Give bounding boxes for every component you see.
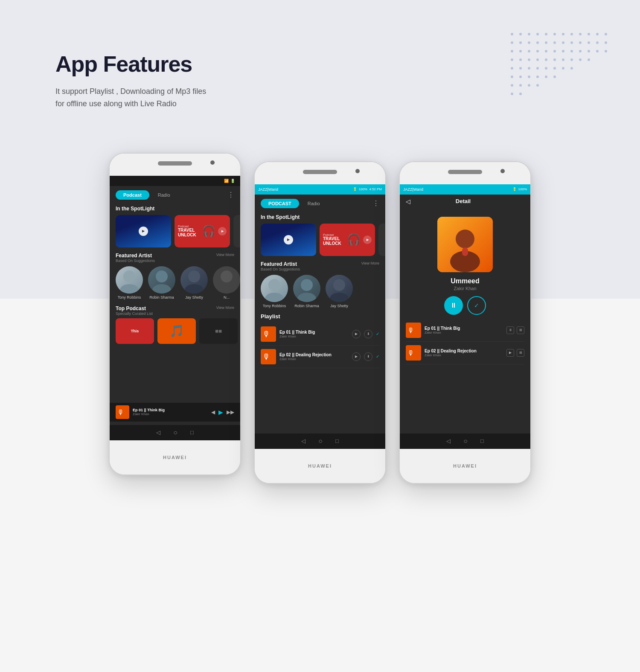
podcast-card-1[interactable]: This bbox=[116, 318, 154, 344]
tab-podcast-2[interactable]: PODCAST bbox=[261, 199, 299, 208]
svg-point-70 bbox=[188, 271, 200, 282]
svg-point-16 bbox=[545, 41, 547, 44]
phone-1-top bbox=[110, 154, 240, 176]
svg-point-19 bbox=[570, 41, 573, 44]
back-nav-3[interactable]: ◁ bbox=[446, 438, 451, 444]
camera-2 bbox=[355, 169, 360, 173]
svg-point-64 bbox=[511, 93, 513, 95]
status-bar-1: 📶 🔋 bbox=[110, 176, 240, 186]
back-arrow-3[interactable]: ◁ bbox=[406, 198, 410, 205]
play-button-concert[interactable]: ▶ bbox=[139, 227, 148, 236]
phone-3-bottom: HUAWEI bbox=[400, 449, 530, 483]
back-nav-1[interactable]: ◁ bbox=[156, 429, 160, 436]
pl-play-2[interactable]: ▶ bbox=[352, 352, 361, 361]
ep-add-1[interactable]: ⊞ bbox=[517, 326, 524, 334]
phone-3-screen: JAZZ|Warid 🔋 100% ◁ Detail UMEED bbox=[400, 184, 530, 449]
pause-button-3[interactable]: ⏸ bbox=[444, 296, 463, 315]
ep-item-2: 🎙 Ep 02 || Dealing Rejection Zakir Khan … bbox=[406, 342, 524, 364]
podcast-card-3[interactable]: ◼◼ bbox=[199, 318, 238, 344]
status-bar-3: JAZZ|Warid 🔋 100% bbox=[400, 184, 530, 195]
svg-text:🎙: 🎙 bbox=[262, 330, 270, 338]
spotlight-card-concert[interactable]: ▶ bbox=[116, 215, 171, 247]
home-nav-1[interactable]: ○ bbox=[173, 429, 177, 436]
play-button-travel-2[interactable]: ▶ bbox=[363, 236, 372, 244]
pl-play-1[interactable]: ▶ bbox=[352, 330, 361, 338]
play-button-travel[interactable]: ▶ bbox=[218, 227, 227, 236]
svg-point-32 bbox=[579, 50, 582, 52]
artist-jay: Jay Shetty bbox=[180, 266, 208, 300]
view-more-podcast-1[interactable]: View More bbox=[216, 305, 234, 310]
pl-check-1[interactable]: ✓ bbox=[376, 332, 379, 336]
recent-nav-1[interactable]: □ bbox=[190, 429, 194, 436]
svg-point-69 bbox=[152, 284, 171, 294]
ep-pause-1[interactable]: ⏸ bbox=[506, 326, 514, 334]
svg-point-30 bbox=[562, 50, 564, 52]
svg-point-42 bbox=[562, 58, 564, 61]
svg-point-8 bbox=[579, 33, 582, 35]
svg-text:🎙: 🎙 bbox=[407, 327, 414, 334]
svg-point-4 bbox=[545, 33, 547, 35]
home-nav-3[interactable]: ○ bbox=[463, 437, 468, 445]
spotlight-card-extra bbox=[233, 215, 240, 247]
pl-download-2[interactable]: ⬇ bbox=[364, 352, 372, 361]
phone-3: JAZZ|Warid 🔋 100% ◁ Detail UMEED bbox=[399, 161, 531, 484]
check-button-3[interactable]: ✓ bbox=[467, 296, 486, 315]
menu-dots-1[interactable]: ⋮ bbox=[227, 191, 234, 199]
album-art-container: UMEED bbox=[400, 208, 530, 319]
svg-point-79 bbox=[297, 293, 316, 302]
play-button-np-1[interactable]: ▶ bbox=[218, 409, 223, 416]
spotlight-card-travel[interactable]: Podcast TRAVEL UNLOCK 🎧 ▶ bbox=[175, 215, 230, 247]
recent-nav-3[interactable]: □ bbox=[480, 438, 484, 444]
ep-add-2[interactable]: ⊞ bbox=[517, 349, 524, 357]
svg-point-78 bbox=[301, 279, 313, 291]
pl-download-1[interactable]: ⬇ bbox=[364, 330, 372, 338]
phone-1-bottom: HUAWEI bbox=[110, 440, 240, 474]
svg-point-51 bbox=[553, 67, 556, 70]
prev-button-1[interactable]: ◀ bbox=[211, 409, 215, 415]
menu-dots-2[interactable]: ⋮ bbox=[372, 199, 379, 207]
camera-1 bbox=[210, 160, 215, 165]
travel-title-1: TRAVEL UNLOCK bbox=[178, 228, 199, 237]
playlist-section: Playlist 🎙 Ep 01 || Think Big Zakir Khan… bbox=[255, 311, 385, 371]
recent-nav-2[interactable]: □ bbox=[335, 438, 339, 444]
home-nav-2[interactable]: ○ bbox=[318, 437, 323, 445]
artist-robin-2: Robin Sharma bbox=[293, 275, 320, 308]
spotlight-card-travel-2[interactable]: Podcast TRAVEL UNLOCK 🎧 ▶ bbox=[320, 224, 375, 256]
svg-point-13 bbox=[519, 41, 522, 44]
album-art: UMEED bbox=[437, 217, 493, 272]
tab-radio-1[interactable]: Radio bbox=[154, 190, 175, 200]
svg-point-5 bbox=[553, 33, 556, 35]
np-thumb-1: 🎙 bbox=[116, 405, 129, 419]
spotlight-card-concert-2[interactable]: ▶ bbox=[261, 224, 316, 256]
svg-point-61 bbox=[519, 84, 522, 87]
svg-point-29 bbox=[553, 50, 556, 52]
phone-3-top bbox=[400, 162, 530, 184]
artists-row-1: Tony Robbins Robin Sharma bbox=[110, 264, 240, 302]
next-button-1[interactable]: ▶▶ bbox=[227, 409, 234, 415]
svg-point-65 bbox=[519, 93, 522, 95]
featured-header-2: Featured Artist Based On Suggestions Vie… bbox=[255, 258, 385, 272]
play-button-concert-2[interactable]: ▶ bbox=[284, 235, 293, 244]
svg-point-3 bbox=[536, 33, 539, 35]
featured-header-1: Featured Artist Based On Suggestions Vie… bbox=[110, 249, 240, 264]
ep-item-1: 🎙 Ep 01 || Think Big Zakir Khan ⏸ ⊞ bbox=[406, 319, 524, 342]
playlist-item-2: 🎙 Ep 02 || Dealing Rejection Zakir Khan … bbox=[261, 346, 379, 368]
svg-point-14 bbox=[528, 41, 530, 44]
ep-list: 🎙 Ep 01 || Think Big Zakir Khan ⏸ ⊞ bbox=[400, 319, 530, 364]
ep-play-2[interactable]: ▶ bbox=[506, 349, 514, 357]
podcast-card-2[interactable]: 🎵 bbox=[157, 318, 196, 344]
svg-point-63 bbox=[536, 84, 539, 87]
back-nav-2[interactable]: ◁ bbox=[301, 438, 305, 444]
svg-point-21 bbox=[588, 41, 590, 44]
tab-radio-2[interactable]: Radio bbox=[303, 199, 324, 208]
svg-point-59 bbox=[553, 76, 556, 78]
camera-3 bbox=[500, 169, 505, 173]
tab-podcast-1[interactable]: Podcast bbox=[116, 190, 149, 200]
view-more-featured-1[interactable]: View More bbox=[216, 253, 234, 257]
pl-check-2[interactable]: ✓ bbox=[376, 354, 379, 359]
svg-point-80 bbox=[333, 279, 345, 291]
view-more-featured-2[interactable]: View More bbox=[361, 261, 379, 265]
headphone-icon-2: 🎧 bbox=[347, 233, 361, 246]
svg-point-22 bbox=[596, 41, 599, 44]
svg-point-60 bbox=[511, 84, 513, 87]
